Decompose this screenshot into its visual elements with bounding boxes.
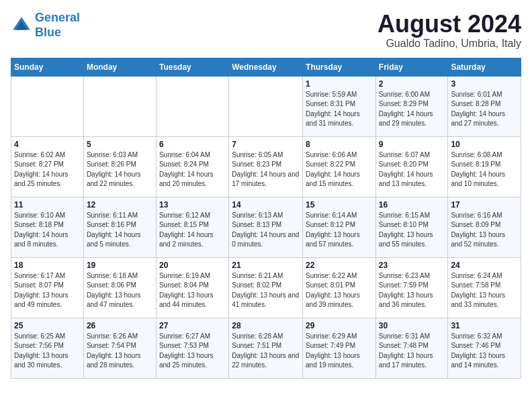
day-info: Sunrise: 6:02 AM Sunset: 8:27 PM Dayligh… — [14, 150, 81, 189]
day-info: Sunrise: 6:31 AM Sunset: 7:48 PM Dayligh… — [379, 332, 445, 371]
calendar-cell: 26Sunrise: 6:26 AM Sunset: 7:54 PM Dayli… — [83, 318, 156, 378]
calendar-cell: 24Sunrise: 6:24 AM Sunset: 7:58 PM Dayli… — [448, 257, 521, 318]
calendar-cell: 20Sunrise: 6:19 AM Sunset: 8:04 PM Dayli… — [156, 257, 228, 318]
calendar-cell: 12Sunrise: 6:11 AM Sunset: 8:16 PM Dayli… — [83, 197, 156, 257]
day-number: 30 — [379, 321, 445, 330]
calendar-cell: 22Sunrise: 6:22 AM Sunset: 8:01 PM Dayli… — [303, 257, 376, 318]
day-number: 22 — [306, 261, 373, 270]
day-number: 5 — [87, 140, 153, 149]
calendar-cell: 18Sunrise: 6:17 AM Sunset: 8:07 PM Dayli… — [11, 257, 84, 318]
day-info: Sunrise: 6:32 AM Sunset: 7:46 PM Dayligh… — [451, 332, 518, 371]
day-number: 16 — [379, 200, 445, 210]
weekday-header-friday: Friday — [375, 58, 448, 76]
calendar-cell — [83, 76, 156, 136]
day-number: 11 — [14, 200, 81, 210]
weekday-header-thursday: Thursday — [303, 58, 376, 76]
calendar-cell: 13Sunrise: 6:12 AM Sunset: 8:15 PM Dayli… — [156, 197, 228, 257]
calendar-table: SundayMondayTuesdayWednesdayThursdayFrid… — [11, 58, 521, 379]
day-number: 7 — [232, 140, 300, 149]
calendar-cell: 5Sunrise: 6:03 AM Sunset: 8:26 PM Daylig… — [83, 136, 156, 197]
location-subtitle: Gualdo Tadino, Umbria, Italy — [378, 38, 521, 50]
calendar-week-row: 18Sunrise: 6:17 AM Sunset: 8:07 PM Dayli… — [11, 257, 521, 318]
calendar-week-row: 1Sunrise: 5:59 AM Sunset: 8:31 PM Daylig… — [11, 76, 521, 136]
day-number: 24 — [451, 261, 518, 270]
day-info: Sunrise: 6:13 AM Sunset: 8:13 PM Dayligh… — [232, 211, 300, 250]
calendar-cell — [156, 76, 228, 136]
day-number: 3 — [451, 79, 518, 89]
day-number: 13 — [159, 200, 226, 210]
calendar-cell: 16Sunrise: 6:15 AM Sunset: 8:10 PM Dayli… — [375, 197, 448, 257]
logo: General Blue — [11, 11, 80, 40]
day-number: 2 — [379, 79, 445, 89]
day-number: 6 — [159, 140, 226, 149]
day-number: 10 — [451, 140, 518, 149]
day-info: Sunrise: 6:15 AM Sunset: 8:10 PM Dayligh… — [379, 211, 445, 250]
day-info: Sunrise: 6:21 AM Sunset: 8:02 PM Dayligh… — [232, 271, 300, 310]
calendar-cell: 11Sunrise: 6:10 AM Sunset: 8:18 PM Dayli… — [11, 197, 84, 257]
day-info: Sunrise: 6:17 AM Sunset: 8:07 PM Dayligh… — [14, 271, 81, 310]
day-number: 25 — [14, 321, 81, 330]
day-info: Sunrise: 6:16 AM Sunset: 8:09 PM Dayligh… — [451, 211, 518, 250]
calendar-header: SundayMondayTuesdayWednesdayThursdayFrid… — [11, 58, 521, 76]
calendar-cell: 2Sunrise: 6:00 AM Sunset: 8:29 PM Daylig… — [375, 76, 448, 136]
calendar-cell — [229, 76, 303, 136]
calendar-cell: 14Sunrise: 6:13 AM Sunset: 8:13 PM Dayli… — [229, 197, 303, 257]
weekday-header-monday: Monday — [83, 58, 156, 76]
title-block: August 2024 Gualdo Tadino, Umbria, Italy — [378, 11, 521, 50]
calendar-cell: 29Sunrise: 6:29 AM Sunset: 7:49 PM Dayli… — [303, 318, 376, 378]
day-info: Sunrise: 6:28 AM Sunset: 7:51 PM Dayligh… — [232, 332, 300, 371]
day-number: 31 — [451, 321, 518, 330]
calendar-cell: 8Sunrise: 6:06 AM Sunset: 8:22 PM Daylig… — [303, 136, 376, 197]
day-info: Sunrise: 6:03 AM Sunset: 8:26 PM Dayligh… — [87, 150, 153, 189]
day-info: Sunrise: 6:07 AM Sunset: 8:20 PM Dayligh… — [379, 150, 445, 189]
day-number: 12 — [87, 200, 153, 210]
day-number: 27 — [159, 321, 226, 330]
day-number: 21 — [232, 261, 300, 270]
calendar-cell: 10Sunrise: 6:08 AM Sunset: 8:19 PM Dayli… — [448, 136, 521, 197]
page-header: General Blue August 2024 Gualdo Tadino, … — [11, 11, 521, 50]
day-info: Sunrise: 6:08 AM Sunset: 8:19 PM Dayligh… — [451, 150, 518, 189]
calendar-week-row: 4Sunrise: 6:02 AM Sunset: 8:27 PM Daylig… — [11, 136, 521, 197]
calendar-cell: 25Sunrise: 6:25 AM Sunset: 7:56 PM Dayli… — [11, 318, 84, 378]
logo-line1: General — [35, 11, 80, 24]
calendar-cell: 4Sunrise: 6:02 AM Sunset: 8:27 PM Daylig… — [11, 136, 84, 197]
day-info: Sunrise: 6:10 AM Sunset: 8:18 PM Dayligh… — [14, 211, 81, 250]
day-info: Sunrise: 6:12 AM Sunset: 8:15 PM Dayligh… — [159, 211, 226, 250]
day-number: 28 — [232, 321, 300, 330]
day-info: Sunrise: 6:14 AM Sunset: 8:12 PM Dayligh… — [306, 211, 373, 250]
weekday-header-row: SundayMondayTuesdayWednesdayThursdayFrid… — [11, 58, 521, 76]
logo-line2: Blue — [35, 26, 61, 39]
calendar-cell: 7Sunrise: 6:05 AM Sunset: 8:23 PM Daylig… — [229, 136, 303, 197]
day-info: Sunrise: 6:01 AM Sunset: 8:28 PM Dayligh… — [451, 90, 518, 129]
day-info: Sunrise: 6:22 AM Sunset: 8:01 PM Dayligh… — [306, 271, 373, 310]
calendar-cell: 6Sunrise: 6:04 AM Sunset: 8:24 PM Daylig… — [156, 136, 228, 197]
day-info: Sunrise: 6:00 AM Sunset: 8:29 PM Dayligh… — [379, 90, 445, 129]
day-info: Sunrise: 6:23 AM Sunset: 7:59 PM Dayligh… — [379, 271, 445, 310]
day-info: Sunrise: 6:06 AM Sunset: 8:22 PM Dayligh… — [306, 150, 373, 189]
day-number: 15 — [306, 200, 373, 210]
day-number: 9 — [379, 140, 445, 149]
calendar-cell: 23Sunrise: 6:23 AM Sunset: 7:59 PM Dayli… — [375, 257, 448, 318]
weekday-header-saturday: Saturday — [448, 58, 521, 76]
calendar-cell: 30Sunrise: 6:31 AM Sunset: 7:48 PM Dayli… — [375, 318, 448, 378]
weekday-header-sunday: Sunday — [11, 58, 84, 76]
calendar-cell: 9Sunrise: 6:07 AM Sunset: 8:20 PM Daylig… — [375, 136, 448, 197]
calendar-cell: 27Sunrise: 6:27 AM Sunset: 7:53 PM Dayli… — [156, 318, 228, 378]
day-info: Sunrise: 6:27 AM Sunset: 7:53 PM Dayligh… — [159, 332, 226, 371]
day-number: 20 — [159, 261, 226, 270]
day-info: Sunrise: 5:59 AM Sunset: 8:31 PM Dayligh… — [306, 90, 373, 129]
day-info: Sunrise: 6:25 AM Sunset: 7:56 PM Dayligh… — [14, 332, 81, 371]
calendar-cell: 15Sunrise: 6:14 AM Sunset: 8:12 PM Dayli… — [303, 197, 376, 257]
calendar-cell: 17Sunrise: 6:16 AM Sunset: 8:09 PM Dayli… — [448, 197, 521, 257]
calendar-body: 1Sunrise: 5:59 AM Sunset: 8:31 PM Daylig… — [11, 76, 521, 378]
calendar-cell: 19Sunrise: 6:18 AM Sunset: 8:06 PM Dayli… — [83, 257, 156, 318]
day-number: 18 — [14, 261, 81, 270]
day-number: 17 — [451, 200, 518, 210]
logo-text: General Blue — [35, 11, 80, 40]
logo-icon — [11, 15, 32, 36]
calendar-cell: 21Sunrise: 6:21 AM Sunset: 8:02 PM Dayli… — [229, 257, 303, 318]
calendar-week-row: 25Sunrise: 6:25 AM Sunset: 7:56 PM Dayli… — [11, 318, 521, 378]
day-number: 14 — [232, 200, 300, 210]
calendar-week-row: 11Sunrise: 6:10 AM Sunset: 8:18 PM Dayli… — [11, 197, 521, 257]
weekday-header-wednesday: Wednesday — [229, 58, 303, 76]
